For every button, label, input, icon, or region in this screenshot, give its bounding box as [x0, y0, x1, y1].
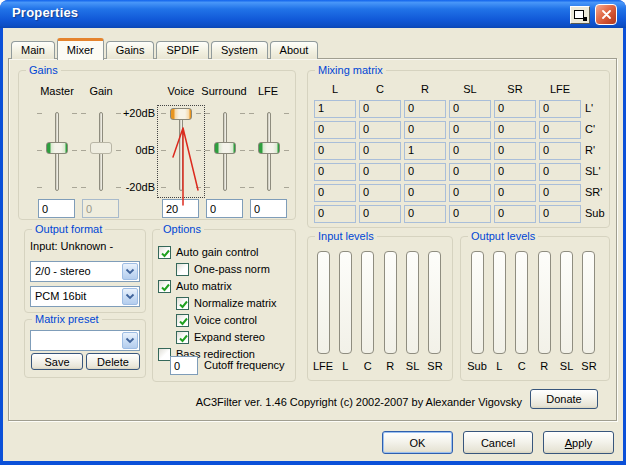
matrix-cell[interactable]: 0: [404, 121, 446, 139]
apply-button[interactable]: Apply: [543, 431, 614, 454]
matrix-cell[interactable]: 0: [494, 184, 536, 202]
voice-control-checkbox[interactable]: [176, 314, 189, 327]
input-meter-channel: C: [360, 251, 376, 372]
tab-about[interactable]: About: [270, 41, 319, 59]
matrix-cell[interactable]: 0: [494, 142, 536, 160]
master-slider-label: Master: [35, 85, 79, 97]
float-window-button[interactable]: [570, 6, 590, 24]
matrix-cell[interactable]: 0: [404, 163, 446, 181]
expand-stereo-label: Expand stereo: [194, 331, 265, 343]
matrix-cell[interactable]: 0: [494, 100, 536, 118]
level-meter-bar: [560, 251, 573, 354]
checkmark-icon: [178, 333, 189, 344]
matrix-cell[interactable]: 0: [539, 184, 581, 202]
matrix-cell[interactable]: 0: [539, 163, 581, 181]
save-preset-button[interactable]: Save: [31, 353, 83, 370]
matrix-cell[interactable]: 0: [494, 205, 536, 223]
matrix-row-label: R': [584, 142, 608, 160]
surround-slider-label: Surround: [194, 85, 254, 97]
gain-slider-label: Gain: [79, 85, 123, 97]
matrix-corner: [584, 83, 608, 97]
matrix-cell[interactable]: 0: [314, 163, 356, 181]
matrix-cell[interactable]: 0: [539, 205, 581, 223]
matrix-cell[interactable]: 0: [314, 205, 356, 223]
speaker-config-select[interactable]: 2/0 - stereo: [30, 261, 140, 282]
normalize-matrix-option[interactable]: Normalize matrix: [176, 296, 277, 310]
matrix-preset-select[interactable]: [30, 330, 140, 351]
matrix-cell[interactable]: 0: [449, 142, 491, 160]
master-slider-thumb[interactable]: [46, 142, 68, 154]
tab-mixer[interactable]: Mixer: [57, 38, 104, 60]
title-bar[interactable]: Properties: [0, 0, 626, 28]
tab-gains[interactable]: Gains: [106, 41, 155, 59]
expand-stereo-option[interactable]: Expand stereo: [176, 330, 265, 344]
matrix-row-label: L': [584, 100, 608, 118]
chevron-down-icon[interactable]: [122, 288, 138, 305]
lfe-slider-thumb[interactable]: [258, 142, 280, 154]
surround-gain-value-input[interactable]: [206, 199, 243, 218]
donate-button[interactable]: Donate: [530, 389, 598, 409]
matrix-cell[interactable]: 0: [404, 184, 446, 202]
matrix-cell[interactable]: 0: [449, 163, 491, 181]
auto-matrix-option[interactable]: Auto matrix: [158, 279, 232, 293]
matrix-cell[interactable]: 0: [359, 163, 401, 181]
expand-stereo-checkbox[interactable]: [176, 331, 189, 344]
input-meter-channel: SR: [427, 251, 443, 372]
matrix-cell[interactable]: 0: [494, 163, 536, 181]
cutoff-frequency-input[interactable]: [170, 356, 198, 375]
output-meter-channel: SL: [559, 251, 575, 372]
matrix-cell[interactable]: 0: [449, 100, 491, 118]
gain-slider-thumb: [90, 142, 112, 154]
delete-preset-button[interactable]: Delete: [86, 353, 140, 370]
matrix-cell[interactable]: 0: [494, 121, 536, 139]
matrix-cell[interactable]: 0: [539, 100, 581, 118]
checkmark-icon: [160, 248, 171, 259]
matrix-cell[interactable]: 0: [539, 121, 581, 139]
matrix-cell[interactable]: 0: [539, 142, 581, 160]
auto-gain-control-label: Auto gain control: [176, 246, 259, 258]
matrix-cell[interactable]: 0: [359, 121, 401, 139]
one-pass-norm-option[interactable]: One-pass norm: [176, 262, 270, 276]
surround-slider-thumb[interactable]: [214, 142, 236, 154]
surround-gain-slider[interactable]: [203, 106, 247, 196]
tab-system[interactable]: System: [211, 41, 268, 59]
sample-format-value: PCM 16bit: [35, 290, 86, 302]
normalize-matrix-checkbox[interactable]: [176, 297, 189, 310]
matrix-cell[interactable]: 0: [404, 205, 446, 223]
lfe-gain-value-input[interactable]: [250, 199, 287, 218]
matrix-cell[interactable]: 0: [404, 100, 446, 118]
auto-matrix-checkbox[interactable]: [158, 280, 171, 293]
output-meter-channel: R: [536, 251, 552, 372]
matrix-col-header: R: [404, 83, 446, 97]
matrix-cell[interactable]: 1: [404, 142, 446, 160]
matrix-cell[interactable]: 0: [359, 184, 401, 202]
matrix-cell[interactable]: 0: [449, 121, 491, 139]
matrix-cell[interactable]: 0: [449, 205, 491, 223]
matrix-cell[interactable]: 0: [359, 142, 401, 160]
lfe-gain-slider[interactable]: [247, 106, 291, 196]
chevron-down-icon[interactable]: [122, 332, 138, 349]
tab-main[interactable]: Main: [11, 41, 55, 59]
matrix-cell[interactable]: 0: [314, 142, 356, 160]
one-pass-norm-checkbox[interactable]: [176, 263, 189, 276]
master-gain-value-input[interactable]: [38, 199, 75, 218]
tab-spdif[interactable]: SPDIF: [156, 41, 208, 59]
input-meter-channel: LFE: [315, 251, 331, 372]
sample-format-select[interactable]: PCM 16bit: [30, 286, 140, 307]
ok-button[interactable]: OK: [382, 431, 453, 454]
matrix-cell[interactable]: 0: [449, 184, 491, 202]
auto-gain-control-checkbox[interactable]: [158, 246, 171, 259]
matrix-cell[interactable]: 0: [314, 121, 356, 139]
cancel-button[interactable]: Cancel: [463, 431, 533, 454]
close-button[interactable]: [595, 4, 617, 25]
matrix-cell[interactable]: 0: [359, 205, 401, 223]
matrix-cell[interactable]: 0: [359, 100, 401, 118]
auto-gain-control-option[interactable]: Auto gain control: [158, 245, 259, 259]
channel-label: C: [364, 360, 372, 372]
matrix-cell[interactable]: 1: [314, 100, 356, 118]
input-meter-channel: L: [337, 251, 353, 372]
master-gain-slider[interactable]: [35, 106, 79, 196]
voice-control-option[interactable]: Voice control: [176, 313, 257, 327]
chevron-down-icon[interactable]: [122, 263, 138, 280]
matrix-cell[interactable]: 0: [314, 184, 356, 202]
